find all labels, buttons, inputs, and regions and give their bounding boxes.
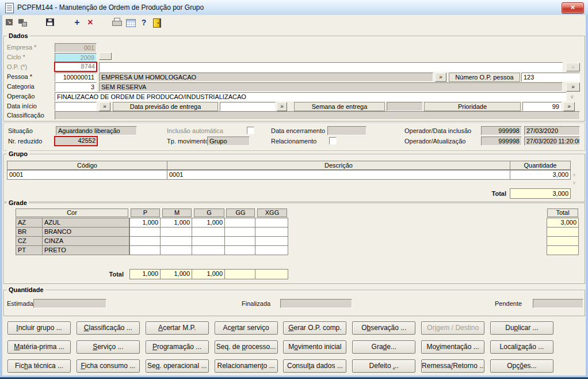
grupo-cell-descricao[interactable]: 0001 [167, 170, 510, 180]
export-window-glyph: ↘ [6, 19, 13, 25]
printer-body-glyph [112, 21, 122, 26]
inclusao-automatica-checkbox[interactable] [247, 127, 254, 134]
add-icon[interactable]: + [72, 18, 82, 27]
prioridade-lookup-button[interactable]: » [563, 102, 575, 111]
print-icon[interactable] [112, 18, 122, 27]
save-icon[interactable] [45, 18, 55, 27]
relacionamento-checkbox[interactable] [329, 137, 337, 145]
tp-movimento-field: Grupo [207, 137, 250, 146]
grade-header-gg: GG [226, 209, 255, 217]
nr-reduzido-label: Nr. reduzido [8, 138, 42, 145]
grade-header-g: G [194, 209, 224, 217]
estimada-label: Estimada [7, 300, 33, 307]
grupo-header-descricao: Descrição [167, 161, 510, 170]
grid-icon[interactable] [125, 18, 136, 27]
grupo-scroll-down-icon[interactable]: ∨ [572, 180, 576, 185]
window-title: PCPFM144 - Manutenção de Ordem de Produç… [17, 3, 204, 12]
operador-atualizacao-data-field: 27/03/2020 11:20:00 [524, 137, 580, 146]
pessoa-field[interactable]: 100000011 [55, 73, 97, 82]
delete-icon[interactable]: × [85, 18, 96, 27]
situacao-field: Aguardando liberação [56, 126, 137, 135]
grade-legend: Grade [7, 199, 29, 206]
floppy-glyph [46, 18, 54, 26]
pendente-field [533, 299, 583, 308]
prioridade-label: Prioridade [424, 102, 521, 111]
operador-inclusao-id-field: 999998 [481, 126, 522, 135]
op-lookup-button-disabled: » [566, 63, 580, 71]
grupo-total-field: 3,000 [510, 188, 571, 199]
operacao-label: Operação [7, 93, 35, 100]
grade-header-xgg: XGG [257, 209, 287, 217]
grade-header-cor: Cor [16, 209, 128, 217]
grid-glyph [126, 19, 136, 27]
semana-entrega-field [387, 102, 423, 111]
numero-op-pessoa-field[interactable]: 123 [521, 73, 580, 82]
ciclo-small-button[interactable] [99, 52, 112, 60]
help-icon[interactable]: ? [139, 18, 149, 27]
export-window-icon[interactable]: ↘ [5, 18, 15, 27]
numero-op-pessoa-label: Número O.P. pessoa [449, 73, 520, 82]
op-description-field[interactable] [99, 62, 563, 72]
data-inicio-field[interactable] [55, 102, 97, 111]
ciclo-label: Ciclo * [7, 54, 25, 60]
semana-entrega-label: Semana de entrega [294, 102, 385, 111]
categoria-field[interactable]: 3 [55, 82, 97, 92]
nr-reduzido-field: 42552 [54, 136, 98, 146]
classificacao-field [55, 111, 580, 120]
estimada-field [33, 299, 106, 308]
grupo-cell-codigo[interactable]: 0001 [7, 170, 167, 180]
title-bar: PCPFM144 - Manutenção de Ordem de Produç… [0, 0, 588, 15]
categoria-label: Categoria [7, 83, 35, 90]
classificacao-label: Classificação [7, 112, 44, 119]
exit-door-icon[interactable] [151, 18, 162, 27]
data-previsao-lookup-button[interactable]: » [277, 102, 287, 111]
grade-header-p: P [131, 209, 160, 217]
dados-legend: Dados [7, 32, 30, 39]
categoria-description-field: SEM RESERVA [99, 82, 563, 92]
window-document-icon [5, 3, 14, 13]
operacao-dropdown-chevron-icon[interactable]: ∨ [570, 94, 574, 100]
grupo-total-label: Total [443, 190, 506, 197]
pessoa-description-field: EMPRESA UM HOMOLOGACAO [99, 73, 433, 82]
prioridade-field[interactable]: 99 [522, 102, 562, 111]
operador-atualizacao-id-field: 999998 [481, 137, 522, 146]
operacao-combo[interactable]: FINALIZACAO DE ORDEM DE PRODUCAO/INDUSTR… [55, 92, 567, 101]
pessoa-lookup-button[interactable]: » [435, 73, 446, 82]
empresa-field: 001 [55, 43, 97, 52]
data-previsao-field[interactable] [220, 102, 276, 111]
pessoa-label: Pessoa * [7, 73, 32, 80]
data-encerramento-label: Data encerramento [271, 127, 325, 134]
grupo-scroll-up-icon[interactable]: ∧ [572, 172, 576, 177]
cascade-windows-icon[interactable] [17, 18, 28, 27]
finalizada-label: Finalizada [242, 300, 270, 307]
data-encerramento-field [327, 126, 366, 135]
op-label: O.P. (*) [7, 63, 27, 70]
grupo-header-codigo: Código [7, 161, 167, 170]
op-field[interactable]: 8744 [54, 62, 97, 72]
tp-movimento-label: Tp. movimento [167, 138, 209, 145]
close-button[interactable]: × [562, 2, 584, 14]
grade-total-label: Total [66, 271, 124, 278]
quantidade-legend: Quantidade [7, 286, 45, 293]
inclusao-automatica-label: Inclusão automática [167, 127, 223, 134]
situacao-label: Situação [8, 127, 33, 134]
finalizada-field [280, 299, 352, 308]
operador-inclusao-data-field: 27/03/2020 [524, 126, 580, 135]
operador-atualizacao-label: Operador/Atualização [404, 138, 465, 145]
data-inicio-lookup-button[interactable]: » [99, 102, 110, 111]
categoria-lookup-button[interactable]: » [566, 82, 580, 92]
grupo-cell-quantidade[interactable]: 3,000 [510, 170, 571, 180]
grade-header-total: Total [547, 209, 578, 217]
grupo-legend: Grupo [7, 150, 29, 157]
data-inicio-label: Data início [7, 103, 37, 109]
ciclo-field[interactable]: 2009 [55, 53, 97, 62]
relacionamento-label: Relacionamento [271, 138, 317, 145]
grupo-header-quantidade: Quantidade [510, 161, 571, 170]
operador-inclusao-label: Operador/Data inclusão [404, 127, 471, 134]
app-window: PCPFM144 - Manutenção de Ordem de Produç… [0, 0, 588, 379]
pendente-label: Pendente [495, 300, 522, 307]
cascade-glyph-front [22, 22, 27, 26]
empresa-label: Empresa * [7, 44, 36, 51]
door-glyph [153, 18, 160, 28]
grade-header-m: M [162, 209, 192, 217]
